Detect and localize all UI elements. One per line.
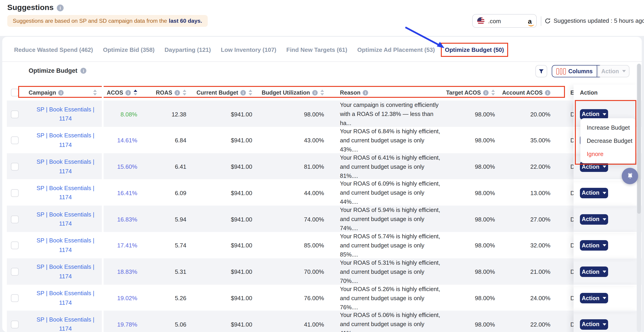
sort-icon[interactable] [248,90,252,96]
roas-value: 5.31 [138,258,188,286]
truncated-column-value: D [553,311,574,332]
marketplace-selector[interactable]: .com a [472,14,537,28]
reason-text: Your ROAS of 5.94% is highly efficient,a… [326,206,443,233]
col-roas[interactable]: ROASi [138,85,188,101]
info-icon[interactable]: i [545,90,550,95]
row-checkbox[interactable] [11,242,18,249]
acos-value[interactable]: 15.60% [102,153,138,180]
info-icon[interactable]: i [312,90,318,95]
acos-value[interactable]: 19.02% [102,284,138,312]
info-icon[interactable]: i [174,90,180,95]
acos-value[interactable]: 19.78% [102,311,138,332]
campaign-link[interactable]: SP | Book Essentials | [36,263,94,272]
acos-value[interactable]: 17.41% [102,232,138,259]
reason-text: Your ROAS of 5.26% is highly efficient,a… [326,284,443,312]
row-action-button[interactable]: Action [580,319,608,330]
acos-value[interactable]: 14.61% [102,127,138,154]
account-acos-value: 24.00% [497,284,553,312]
vertical-scrollbar[interactable] [637,64,641,332]
tab-optimize-budget-50[interactable]: Optimize Budget (50) [445,46,504,53]
campaign-link[interactable]: SP | Book Essentials | [36,105,94,114]
row-action-button[interactable]: Action [580,240,608,251]
tab-reduce-wasted-spend-462[interactable]: Reduce Wasted Spend (462) [14,46,93,53]
row-checkbox-cell [7,127,22,154]
row-action-button[interactable]: Action [580,188,608,198]
tab-dayparting-121[interactable]: Dayparting (121) [164,46,211,53]
campaign-link-line2[interactable]: 1174 [59,298,72,307]
row-checkbox[interactable] [11,163,18,171]
info-icon[interactable]: i [363,90,368,95]
info-icon[interactable]: i [126,90,131,95]
campaign-link-line2[interactable]: 1174 [59,272,72,281]
campaign-link[interactable]: SP | Book Essentials | [36,289,94,298]
row-action-label: Action [582,295,600,301]
row-checkbox[interactable] [11,268,18,276]
suggestion-tabs: Reduce Wasted Spend (462)Optimize Bid (3… [14,46,504,53]
col-campaign[interactable]: Campaigni [22,85,102,101]
campaign-link-line2[interactable]: 1174 [59,167,72,176]
row-action-button[interactable]: Action [580,109,608,119]
tab-low-inventory-107[interactable]: Low Inventory (107) [221,46,276,53]
col-acos[interactable]: ACOSi [102,85,138,101]
row-action-button[interactable]: Action [580,293,608,303]
campaign-link[interactable]: SP | Book Essentials | [36,210,94,219]
campaign-link[interactable]: SP | Book Essentials | [36,236,94,246]
campaign-link-line2[interactable]: 1174 [59,193,72,202]
col-target-acos[interactable]: Target ACOSi [443,85,497,101]
tab-optimize-bid-358[interactable]: Optimize Bid (358) [103,46,154,53]
chevron-down-icon [603,166,606,168]
notification-bell-button[interactable] [622,168,638,184]
scrollbar-thumb[interactable] [637,64,641,214]
campaign-link-line2[interactable]: 1174 [59,141,72,150]
row-checkbox[interactable] [11,321,18,328]
sort-icon[interactable] [320,90,324,96]
campaign-link[interactable]: SP | Book Essentials | [36,131,94,141]
menu-item-decrease-budget[interactable]: Decrease Budget [580,134,636,147]
campaign-link-line2[interactable]: 1174 [59,324,72,332]
sort-icon[interactable] [183,90,186,96]
row-checkbox[interactable] [11,110,18,118]
acos-value[interactable]: 16.41% [102,179,138,207]
current-budget-value: $941.00 [188,311,254,332]
acos-value[interactable]: 16.83% [102,206,138,233]
row-checkbox[interactable] [11,137,18,144]
select-all-checkbox[interactable] [11,89,18,96]
sort-icon-active-asc[interactable] [134,90,137,96]
acos-value[interactable]: 8.08% [102,101,138,128]
info-icon[interactable]: i [483,90,488,95]
row-action-button[interactable]: Action [580,214,608,224]
refresh-icon[interactable] [544,18,551,24]
campaign-link-line2[interactable]: 1174 [59,114,72,124]
row-checkbox[interactable] [11,294,18,302]
tab-label: Dayparting (121) [164,46,211,53]
info-icon[interactable]: i [240,90,246,95]
info-icon[interactable]: i [81,68,86,74]
sort-icon[interactable] [93,90,97,96]
filter-button[interactable] [536,65,547,77]
tab-find-new-targets-61[interactable]: Find New Targets (61) [286,46,347,53]
account-acos-value: 21.00% [497,258,553,286]
tab-optimize-ad-placement-53[interactable]: Optimize Ad Placement (53) [357,46,435,53]
row-action-button[interactable]: Action [580,267,608,277]
budget-utilization-value: 98.00% [254,101,326,128]
row-checkbox[interactable] [11,189,18,197]
menu-item-ignore[interactable]: Ignore [580,147,636,161]
current-budget-value: $941.00 [188,258,254,286]
campaign-link[interactable]: SP | Book Essentials | [36,157,94,167]
action-cell: Action [574,258,642,286]
col-budget-utilization[interactable]: Budget Utilizationi [254,85,326,101]
campaign-link-line2[interactable]: 1174 [59,246,72,255]
bulk-action-button[interactable]: Action [598,65,630,77]
row-action-label: Action [582,190,600,196]
campaign-link[interactable]: SP | Book Essentials | [36,315,94,324]
info-icon[interactable]: i [58,90,64,95]
chevron-down-icon [603,218,606,220]
menu-item-increase-budget[interactable]: Increase Budget [580,121,636,134]
sort-icon[interactable] [491,90,495,96]
col-current-budget[interactable]: Current Budgeti [188,85,254,101]
campaign-link[interactable]: SP | Book Essentials | [36,184,94,193]
row-checkbox[interactable] [11,215,18,223]
campaign-link-line2[interactable]: 1174 [59,219,72,228]
info-icon[interactable]: i [57,4,64,11]
acos-value[interactable]: 18.83% [102,258,138,286]
